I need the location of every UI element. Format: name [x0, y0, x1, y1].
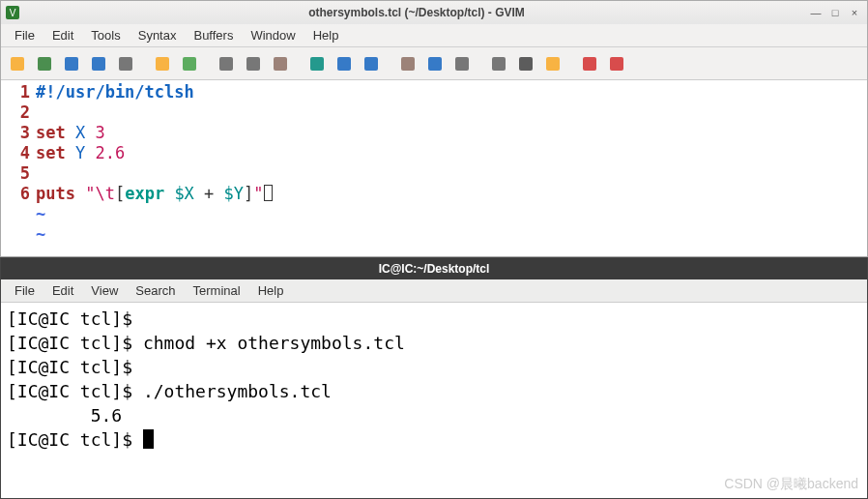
find-prev-icon[interactable]: [359, 51, 384, 76]
gvim-titlebar[interactable]: V othersymbols.tcl (~/Desktop/tcl) - GVI…: [1, 1, 867, 24]
terminal-line: [IC@IC tcl]$: [7, 355, 861, 379]
terminal-menu-help[interactable]: Help: [250, 281, 292, 300]
gvim-menu-syntax[interactable]: Syntax: [130, 26, 185, 44]
svg-rect-6: [119, 57, 132, 71]
gvim-menu-help[interactable]: Help: [305, 26, 347, 44]
text-cursor: [264, 185, 273, 201]
save-session-icon[interactable]: [422, 51, 448, 76]
gvim-menu-buffers[interactable]: Buffers: [186, 26, 241, 44]
close-button[interactable]: ×: [848, 6, 861, 19]
load-session-icon[interactable]: [395, 51, 420, 76]
code-line[interactable]: set Y 2.6: [36, 143, 867, 163]
run-script-icon[interactable]: [449, 51, 475, 76]
terminal-line: [IC@IC tcl]$: [7, 427, 861, 452]
svg-rect-4: [65, 57, 78, 71]
line-number-gutter: 123456: [1, 82, 36, 256]
gvim-menu-window[interactable]: Window: [243, 26, 303, 44]
new-icon[interactable]: [32, 51, 57, 76]
gvim-menu-file[interactable]: File: [7, 26, 43, 44]
maximize-button[interactable]: □: [828, 6, 842, 19]
svg-rect-7: [156, 57, 169, 71]
shell-icon[interactable]: [513, 51, 538, 76]
svg-text:V: V: [10, 8, 16, 18]
gvim-menu-tools[interactable]: Tools: [83, 26, 128, 44]
terminal-menu-edit[interactable]: Edit: [44, 281, 81, 300]
svg-rect-3: [38, 57, 51, 71]
code-area[interactable]: #!/usr/bin/tclsh set X 3set Y 2.6 puts "…: [36, 82, 867, 256]
code-line[interactable]: [36, 163, 867, 184]
gvim-menu-edit[interactable]: Edit: [44, 26, 81, 44]
make-icon[interactable]: [486, 51, 511, 76]
terminal-menu-view[interactable]: View: [83, 281, 126, 300]
svg-rect-11: [274, 57, 287, 71]
svg-rect-10: [246, 57, 260, 71]
gvim-app-icon: V: [5, 5, 20, 20]
svg-rect-20: [546, 57, 560, 71]
svg-rect-2: [11, 57, 24, 71]
terminal-window: IC@IC:~/Desktop/tcl FileEditViewSearchTe…: [0, 257, 868, 499]
terminal-menu-search[interactable]: Search: [128, 281, 183, 300]
svg-rect-14: [364, 57, 378, 71]
find-next-icon[interactable]: [332, 51, 357, 76]
save-icon[interactable]: [59, 51, 84, 76]
terminal-title-text: IC@IC:~/Desktop/tcl: [379, 262, 490, 276]
find-replace-icon[interactable]: [304, 51, 330, 76]
print-icon[interactable]: [113, 51, 138, 76]
gvim-window: V othersymbols.tcl (~/Desktop/tcl) - GVI…: [0, 0, 868, 257]
editor-tilde: ~: [36, 224, 867, 245]
code-line[interactable]: set X 3: [36, 123, 867, 143]
cut-icon[interactable]: [214, 51, 239, 76]
gvim-editor[interactable]: 123456 #!/usr/bin/tclsh set X 3set Y 2.6…: [1, 80, 867, 256]
terminal-titlebar[interactable]: IC@IC:~/Desktop/tcl: [1, 258, 867, 279]
svg-rect-21: [583, 57, 596, 71]
redo-icon[interactable]: [177, 51, 202, 76]
tag-jump-icon[interactable]: [540, 51, 565, 76]
code-line[interactable]: puts "\t[expr $X + $Y]": [36, 184, 867, 204]
window-controls: — □ ×: [809, 6, 861, 19]
code-line[interactable]: [36, 103, 867, 123]
gvim-title-text: othersymbols.tcl (~/Desktop/tcl) - GVIM: [24, 6, 809, 19]
copy-icon[interactable]: [241, 51, 266, 76]
terminal-menu-terminal[interactable]: Terminal: [186, 281, 248, 300]
svg-rect-22: [610, 57, 623, 71]
terminal-body[interactable]: [IC@IC tcl]$ [IC@IC tcl]$ chmod +x other…: [1, 303, 867, 498]
terminal-line: [IC@IC tcl]$ ./othersymbols.tcl: [7, 379, 861, 403]
svg-rect-13: [337, 57, 351, 71]
terminal-cursor: [143, 429, 154, 449]
terminal-menubar: FileEditViewSearchTerminalHelp: [1, 279, 867, 303]
code-line[interactable]: #!/usr/bin/tclsh: [36, 82, 867, 103]
help-icon[interactable]: [577, 51, 602, 76]
gvim-toolbar: [1, 47, 867, 80]
undo-icon[interactable]: [150, 51, 175, 76]
svg-rect-8: [183, 57, 196, 71]
svg-rect-18: [492, 57, 506, 71]
gvim-menubar: FileEditToolsSyntaxBuffersWindowHelp: [1, 24, 867, 47]
terminal-line: [IC@IC tcl]$ chmod +x othersymbols.tcl: [7, 331, 861, 355]
svg-rect-12: [310, 57, 324, 71]
terminal-menu-file[interactable]: File: [7, 281, 43, 300]
svg-rect-19: [519, 57, 533, 71]
terminal-line: 5.6: [7, 403, 861, 427]
svg-rect-15: [401, 57, 415, 71]
svg-rect-9: [219, 57, 233, 71]
terminal-line: [IC@IC tcl]$: [7, 307, 861, 331]
paste-icon[interactable]: [268, 51, 293, 76]
minimize-button[interactable]: —: [809, 6, 823, 19]
save-all-icon[interactable]: [86, 51, 111, 76]
svg-rect-17: [455, 57, 469, 71]
svg-rect-16: [428, 57, 442, 71]
editor-tilde: ~: [36, 204, 867, 224]
find-help-icon[interactable]: [604, 51, 629, 76]
svg-rect-5: [92, 57, 105, 71]
open-icon[interactable]: [5, 51, 30, 76]
